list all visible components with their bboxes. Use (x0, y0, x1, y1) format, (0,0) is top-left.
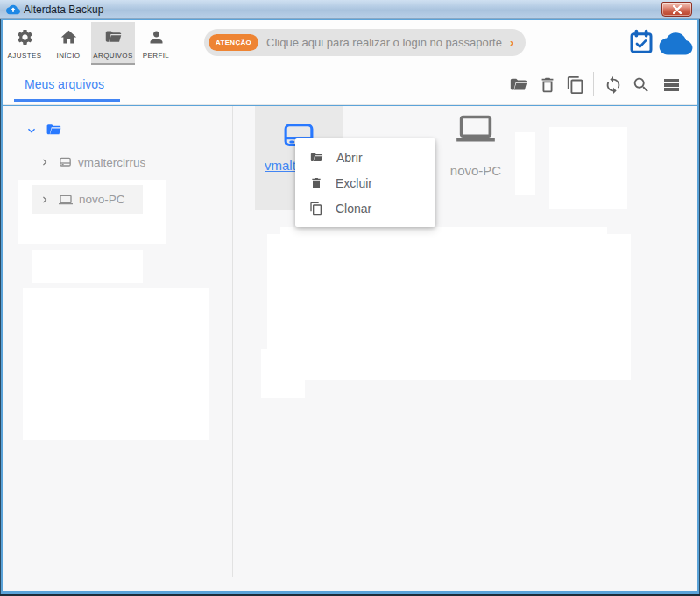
folder-open-icon (45, 122, 63, 138)
clone-icon (566, 75, 585, 95)
chevron-right-icon[interactable] (39, 156, 51, 168)
context-menu-item-abrir[interactable]: Abrir (295, 145, 435, 170)
laptop-icon (58, 193, 74, 207)
search-icon (632, 75, 651, 95)
tree-label-vmaltercirrus: vmaltercirrus (78, 156, 145, 169)
tree-item-novo-pc[interactable]: novo-PC (32, 185, 143, 214)
calendar-button[interactable] (628, 28, 654, 60)
context-menu-label: Clonar (336, 202, 371, 216)
clone-icon (309, 202, 323, 216)
close-button[interactable] (661, 2, 692, 17)
nav-item-ajustes[interactable]: AJUSTES (4, 22, 45, 65)
nav-label-arquivos: ARQUIVOS (91, 52, 135, 60)
context-menu: Abrir Excluir Clonar (295, 138, 435, 227)
close-icon (673, 5, 682, 14)
tab-active-underline (14, 99, 120, 102)
redaction-block (23, 288, 209, 440)
nav-item-perfil[interactable]: PERFIL (136, 22, 176, 65)
nav-item-inicio[interactable]: INÍCIO (48, 22, 88, 65)
clone-button[interactable] (564, 74, 587, 96)
window-title: Alterdata Backup (24, 4, 103, 16)
tree-root[interactable] (25, 122, 63, 138)
nav-label-perfil: PERFIL (136, 52, 176, 60)
context-menu-item-clonar[interactable]: Clonar (295, 195, 435, 221)
redaction-block (261, 349, 305, 398)
redaction-block (267, 234, 631, 380)
cloud-icon (659, 30, 693, 56)
drive-icon (58, 155, 73, 169)
context-menu-label: Abrir (336, 151, 363, 165)
context-menu-item-excluir[interactable]: Excluir (295, 170, 435, 195)
redaction-block (32, 250, 143, 283)
person-icon (147, 28, 166, 46)
redaction-block (515, 132, 535, 195)
chevron-down-icon[interactable] (25, 124, 39, 138)
trash-icon (309, 176, 323, 190)
toolbar-divider (593, 72, 594, 96)
attention-banner[interactable]: ATENÇÃO Clique aqui para realizar o logi… (204, 29, 526, 56)
tab-meus-arquivos[interactable]: Meus arquivos (25, 77, 104, 91)
delete-button[interactable] (536, 74, 559, 96)
pane-divider (232, 106, 233, 577)
folder-open-icon (103, 28, 124, 46)
app-logo-cloud-icon (6, 3, 20, 17)
banner-message: Clique aqui para realizar o login no pas… (266, 36, 502, 49)
trash-icon (538, 75, 557, 95)
redaction-block (549, 127, 627, 209)
search-button[interactable] (630, 74, 653, 96)
home-icon (60, 28, 78, 46)
titlebar[interactable]: Alterdata Backup (0, 0, 700, 19)
refresh-button[interactable] (602, 74, 625, 96)
context-menu-label: Excluir (336, 176, 372, 190)
nav-item-arquivos[interactable]: ARQUIVOS (91, 22, 135, 65)
list-view-icon (661, 74, 682, 96)
open-folder-button[interactable] (507, 74, 530, 96)
open-folder-icon (508, 75, 529, 95)
tree-label-novo-pc: novo-PC (79, 193, 125, 206)
refresh-icon (604, 75, 623, 95)
tree-item-vmaltercirrus[interactable]: vmaltercirrus (39, 155, 145, 169)
chevron-right-icon[interactable] (39, 194, 51, 206)
file-label-novo-pc: novo-PC (438, 163, 513, 178)
nav-label-ajustes: AJUSTES (4, 52, 45, 60)
attention-badge: ATENÇÃO (209, 34, 258, 51)
gear-icon (16, 28, 34, 46)
cloud-button[interactable] (659, 30, 693, 60)
tab-bar: Meus arquivos (3, 66, 697, 105)
content-area: vmaltercirrus novo-PC vmaltercirrus (3, 106, 697, 591)
app-window: Alterdata Backup AJUSTES INÍCIO A (0, 0, 700, 596)
open-folder-icon (309, 151, 324, 165)
main-toolbar: AJUSTES INÍCIO ARQUIVOS PERFIL ATENÇÃO C… (3, 20, 697, 66)
file-item-novo-pc[interactable]: novo-PC (438, 106, 513, 202)
chevron-right-icon: › (510, 36, 513, 49)
calendar-check-icon (628, 28, 654, 56)
laptop-icon (455, 112, 497, 147)
list-view-button[interactable] (660, 74, 682, 96)
nav-label-inicio: INÍCIO (48, 52, 88, 60)
